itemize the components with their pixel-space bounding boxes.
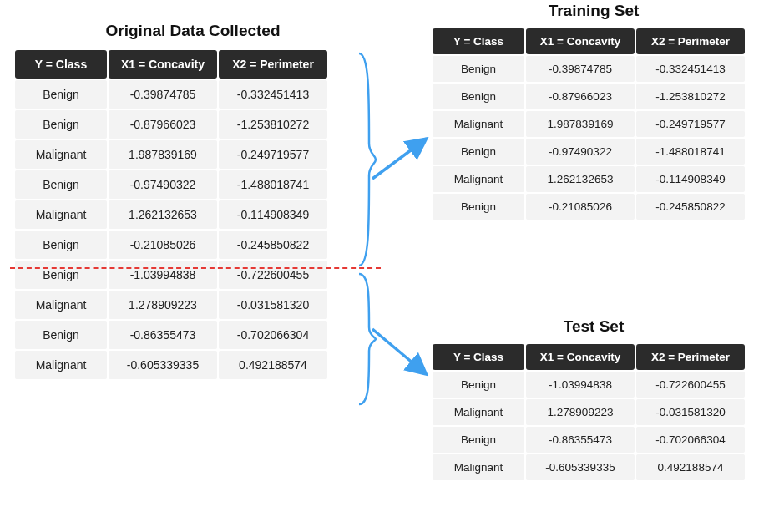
table-row: Malignant1.987839169-0.249719577 <box>15 140 327 169</box>
cell-x2: -1.488018741 <box>219 170 327 199</box>
table-row: Benign-0.86355473-0.702066304 <box>433 427 745 453</box>
cell-x1: -0.39874785 <box>526 56 635 82</box>
col-x2: X2 = Perimeter <box>636 344 745 370</box>
cell-x2: -0.722600455 <box>636 372 745 398</box>
table-row: Benign-0.97490322-1.488018741 <box>433 139 745 165</box>
table-row: Benign-1.03994838-0.722600455 <box>433 372 745 398</box>
table-row: Benign-0.86355473-0.702066304 <box>15 321 327 349</box>
original-table: Y = Class X1 = Concavity X2 = Perimeter … <box>13 48 329 381</box>
col-x2: X2 = Perimeter <box>219 50 327 79</box>
table-row: Benign-0.97490322-1.488018741 <box>15 170 327 199</box>
table-row: Malignant-0.6053393350.492188574 <box>15 351 327 379</box>
cell-y: Benign <box>15 110 107 139</box>
table-row: Malignant1.262132653-0.114908349 <box>15 200 327 229</box>
cell-y: Malignant <box>433 454 524 480</box>
cell-x1: -1.03994838 <box>109 261 217 289</box>
table-row: Malignant1.278909223-0.031581320 <box>15 291 327 319</box>
cell-x1: -0.39874785 <box>109 80 217 109</box>
original-table-wrap: Y = Class X1 = Concavity X2 = Perimeter … <box>13 48 372 381</box>
cell-x1: 1.262132653 <box>526 166 635 192</box>
svg-line-1 <box>372 329 424 372</box>
cell-x2: -1.253810272 <box>219 110 327 139</box>
col-x1: X1 = Concavity <box>526 344 635 370</box>
cell-x1: -0.87966023 <box>109 110 217 139</box>
cell-x2: 0.492188574 <box>219 351 327 379</box>
table-row: Benign-0.21085026-0.245850822 <box>15 231 327 259</box>
table-row: Benign-0.21085026-0.245850822 <box>433 194 745 220</box>
cell-x1: -0.21085026 <box>109 231 217 259</box>
cell-x1: -0.86355473 <box>109 321 217 349</box>
arrow-to-test-icon <box>369 324 434 383</box>
col-y: Y = Class <box>433 344 524 370</box>
table-row: Malignant1.262132653-0.114908349 <box>433 166 745 192</box>
cell-x2: -0.702066304 <box>636 427 745 453</box>
cell-x1: -0.86355473 <box>526 427 635 453</box>
test-section: Test Set Y = Class X1 = Concavity X2 = P… <box>431 317 756 482</box>
table-row: Malignant-0.6053393350.492188574 <box>433 454 745 480</box>
col-x1: X1 = Concavity <box>109 50 217 79</box>
svg-line-0 <box>372 140 424 179</box>
cell-y: Benign <box>15 261 107 289</box>
cell-y: Benign <box>433 84 524 109</box>
cell-x2: -0.114908349 <box>219 200 327 229</box>
cell-x1: 1.987839169 <box>109 140 217 169</box>
cell-x2: -0.031581320 <box>219 291 327 319</box>
test-title: Test Set <box>431 317 756 336</box>
cell-y: Benign <box>433 139 524 165</box>
cell-x2: -0.702066304 <box>219 321 327 349</box>
table-row: Benign-0.87966023-1.253810272 <box>15 110 327 139</box>
cell-x2: -0.245850822 <box>636 194 745 220</box>
cell-x1: 1.278909223 <box>109 291 217 319</box>
cell-x1: -1.03994838 <box>526 372 635 398</box>
cell-y: Malignant <box>15 351 107 379</box>
table-row: Benign-0.87966023-1.253810272 <box>433 84 745 109</box>
test-table: Y = Class X1 = Concavity X2 = Perimeter … <box>431 342 746 482</box>
original-title: Original Data Collected <box>13 22 372 40</box>
training-table: Y = Class X1 = Concavity X2 = Perimeter … <box>431 27 746 221</box>
cell-x2: -0.332451413 <box>219 80 327 109</box>
cell-x2: 0.492188574 <box>636 454 745 480</box>
cell-x1: -0.97490322 <box>526 139 635 165</box>
brace-bottom-icon <box>357 272 377 406</box>
table-row: Malignant1.278909223-0.031581320 <box>433 399 745 425</box>
cell-x2: -0.245850822 <box>219 231 327 259</box>
cell-x1: 1.262132653 <box>109 200 217 229</box>
cell-x2: -0.249719577 <box>636 111 745 137</box>
table-row: Benign-1.03994838-0.722600455 <box>15 261 327 289</box>
table-row: Malignant1.987839169-0.249719577 <box>433 111 745 137</box>
arrow-to-training-icon <box>369 134 434 184</box>
cell-x1: -0.605339335 <box>109 351 217 379</box>
cell-x1: -0.87966023 <box>526 84 635 109</box>
cell-x2: -0.114908349 <box>636 166 745 192</box>
cell-y: Benign <box>15 321 107 349</box>
col-y: Y = Class <box>433 28 524 54</box>
cell-x1: 1.278909223 <box>526 399 635 425</box>
brace-top-icon <box>357 52 377 267</box>
col-x1: X1 = Concavity <box>526 28 635 54</box>
cell-x1: -0.97490322 <box>109 170 217 199</box>
cell-x2: -0.722600455 <box>219 261 327 289</box>
cell-x2: -1.488018741 <box>636 139 745 165</box>
cell-y: Malignant <box>433 399 524 425</box>
cell-y: Benign <box>433 194 524 220</box>
cell-y: Benign <box>433 372 524 398</box>
cell-x2: -0.249719577 <box>219 140 327 169</box>
cell-y: Benign <box>433 427 524 453</box>
cell-y: Malignant <box>15 291 107 319</box>
cell-x1: 1.987839169 <box>526 111 635 137</box>
cell-y: Malignant <box>15 200 107 229</box>
table-row: Benign-0.39874785-0.332451413 <box>433 56 745 82</box>
table-row: Benign-0.39874785-0.332451413 <box>15 80 327 109</box>
cell-x2: -1.253810272 <box>636 84 745 109</box>
cell-x2: -0.031581320 <box>636 399 745 425</box>
col-x2: X2 = Perimeter <box>636 28 745 54</box>
col-y: Y = Class <box>15 50 107 79</box>
cell-y: Malignant <box>433 111 524 137</box>
training-section: Training Set Y = Class X1 = Concavity X2… <box>431 2 756 221</box>
cell-y: Malignant <box>15 140 107 169</box>
cell-y: Malignant <box>433 166 524 192</box>
cell-y: Benign <box>15 231 107 259</box>
train-test-split-line <box>10 267 381 269</box>
cell-x2: -0.332451413 <box>636 56 745 82</box>
original-section: Original Data Collected Y = Class X1 = C… <box>13 22 372 381</box>
